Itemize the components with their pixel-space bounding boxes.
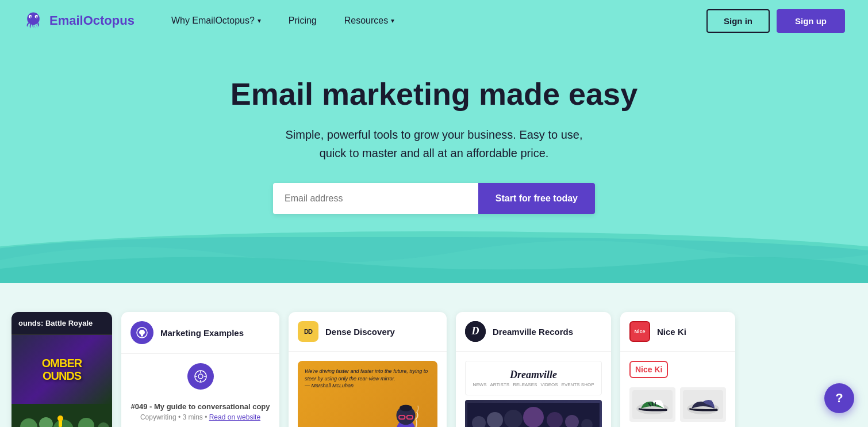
svg-text:D: D (471, 325, 479, 337)
game-graphic (11, 404, 112, 427)
signin-button[interactable]: Sign in (706, 9, 770, 33)
chat-icon: ? (835, 391, 843, 406)
card-body: We're driving faster and faster into the… (289, 352, 447, 427)
svg-point-36 (523, 407, 544, 427)
shoe-graphic-2 (683, 390, 723, 419)
chevron-down-icon: ▾ (391, 17, 394, 25)
svg-rect-14 (141, 336, 143, 337)
hero-wave (0, 226, 868, 283)
lightbulb-icon (136, 327, 148, 338)
brand-name: EmailOctopus (49, 13, 135, 28)
nav-links: Why EmailOctopus? ▾ Pricing Resources ▾ (158, 0, 706, 41)
card-header: Marketing Examples (121, 312, 279, 354)
hero-content: Email marketing made easy Simple, powerf… (11, 76, 857, 214)
card-body: #049 - My guide to conversational copy C… (121, 354, 279, 427)
card-logo: Nice (629, 321, 650, 342)
website-preview: Dreamville NEWS ARTISTS RELEASES VIDEOS … (465, 361, 602, 395)
shoe-graphic-1 (632, 390, 673, 419)
card-body: Dreamville NEWS ARTISTS RELEASES VIDEOS … (456, 352, 611, 427)
shoe-1 (629, 387, 675, 422)
newsletter-image: We're driving faster and faster into the… (298, 361, 437, 427)
card-nice-kicks: Nice Nice Ki Nice Ki (620, 312, 735, 427)
card-header: D Dreamville Records (456, 312, 611, 352)
card-marketing-examples: Marketing Examples #04 (121, 312, 279, 427)
signup-button[interactable]: Sign up (777, 9, 845, 33)
card-logo: D (465, 321, 486, 342)
card-body (11, 404, 112, 427)
nav-resources[interactable]: Resources ▾ (331, 0, 408, 41)
card-battle-royale: ounds: Battle Royale OMBER OUNDS (11, 312, 112, 427)
cards-container: ounds: Battle Royale OMBER OUNDS (11, 312, 857, 427)
svg-point-26 (400, 405, 412, 411)
nav-why[interactable]: Why EmailOctopus? ▾ (158, 0, 275, 41)
logo[interactable]: EmailOctopus (23, 10, 135, 31)
card-title: Nice Ki (657, 327, 686, 337)
people-graphic (467, 403, 600, 427)
nav-pricing[interactable]: Pricing (275, 0, 331, 41)
card-title: Dreamville Records (493, 327, 573, 337)
card-title: ounds: Battle Royale (18, 319, 105, 327)
hero-form: Start for free today (273, 183, 595, 214)
hero-section: Email marketing made easy Simple, powerf… (0, 41, 868, 283)
card-dreamville: D Dreamville Records Dreamville NEWS ART… (456, 312, 611, 427)
chevron-down-icon: ▾ (258, 17, 261, 25)
navigation: EmailOctopus Why EmailOctopus? ▾ Pricing… (0, 0, 868, 41)
email-input[interactable] (273, 183, 478, 214)
octopus-icon (23, 10, 44, 31)
card-logo: DD (298, 321, 318, 342)
settings-icon (194, 370, 207, 383)
person-silhouette (386, 395, 426, 427)
card-header: DD Dense Discovery (289, 312, 447, 352)
quote-text: We're driving faster and faster into the… (305, 368, 431, 390)
svg-point-16 (198, 374, 203, 379)
nav-actions: Sign in Sign up (706, 9, 845, 33)
artists-image (465, 400, 602, 427)
dreamville-logo: D (465, 321, 486, 342)
card-dense-discovery: DD Dense Discovery We're driving faster … (289, 312, 447, 427)
site-logo: Dreamville (510, 369, 557, 381)
read-link[interactable]: Read on website (209, 413, 260, 421)
card-logo (130, 321, 153, 344)
card-title: Marketing Examples (160, 328, 244, 338)
start-free-button[interactable]: Start for free today (478, 183, 595, 214)
card-header: Nice Nice Ki (620, 312, 735, 352)
hero-subtext: Simple, powerful tools to grow your busi… (273, 125, 595, 162)
svg-point-4 (36, 16, 38, 18)
shoe-gallery (629, 387, 726, 422)
brand-name: Nice Ki (635, 365, 662, 374)
card-title: Dense Discovery (325, 327, 395, 337)
svg-point-12 (57, 415, 63, 421)
issue-number: #049 - My guide to conversational copy (130, 402, 270, 411)
site-nav: NEWS ARTISTS RELEASES VIDEOS EVENTS SHOP (473, 382, 594, 387)
card-body: Nice Ki (620, 352, 735, 427)
shoe-2 (680, 387, 726, 422)
newsletter-icon (130, 363, 270, 395)
showcase-section: ounds: Battle Royale OMBER OUNDS (0, 283, 868, 427)
card-image: OMBER OUNDS (11, 335, 112, 404)
logo-text: Nice (634, 329, 645, 334)
chat-bubble[interactable]: ? (824, 383, 854, 413)
card-header: ounds: Battle Royale (11, 312, 112, 335)
issue-meta: Copywriting • 3 mins • Read on website (130, 413, 270, 421)
hero-headline: Email marketing made easy (11, 76, 857, 112)
svg-point-3 (30, 16, 32, 18)
brand-badge: Nice Ki (629, 361, 668, 378)
